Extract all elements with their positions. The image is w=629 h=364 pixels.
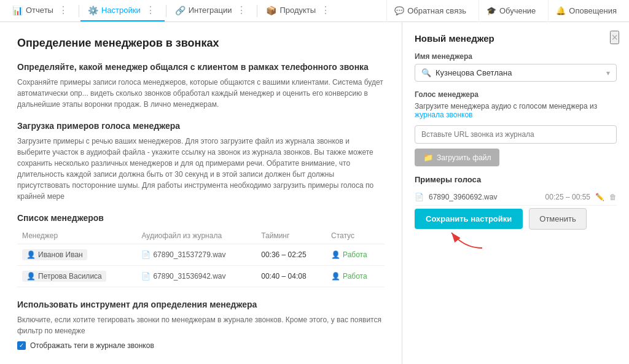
panel-title: Новый менеджер: [415, 33, 617, 44]
manager-badge[interactable]: 👤 Иванов Иван: [22, 249, 87, 260]
manager-select-value: Кузнецова Светлана: [436, 68, 606, 77]
section4-title: Использовать инструмент для определения …: [17, 300, 385, 309]
section2-title: Загрузка примеров голоса менеджера: [17, 121, 385, 131]
user-icon-2: 👤: [26, 272, 36, 281]
right-panel: Новый менеджер × Имя менеджера 🔍 Кузнецо…: [402, 22, 629, 364]
notifications-icon: 🔔: [556, 6, 566, 15]
nav-sep-2: [166, 5, 166, 17]
upload-btn-label: Загрузить файл: [437, 153, 491, 162]
filename-2: 67890_31536942.wav: [153, 272, 225, 281]
timing-cell: 00:36 – 02:25: [256, 244, 326, 266]
checkbox-label: Отображать теги в журнале звонков: [30, 341, 154, 350]
nav-products-label: Продукты: [279, 6, 316, 15]
manager-name-field: Имя менеджера 🔍 Кузнецова Светлана ▾: [415, 52, 617, 82]
feedback-icon: 💬: [394, 6, 404, 15]
status-cell-2: 👤 Работа: [326, 266, 385, 287]
section2-desc: Загрузите примеры с речью ваших менеджер…: [17, 136, 385, 202]
section1-desc: Сохраняйте примеры записи голоса менедже…: [17, 77, 385, 110]
table-row: 👤 Иванов Иван 📄 67890_31537279.wav 00:36…: [17, 244, 385, 266]
reports-icon: 📊: [12, 6, 23, 15]
file-icon-2: 📄: [141, 272, 150, 281]
section3-title: Список менеджеров: [17, 213, 385, 223]
voice-timing: 00:25 – 00:55: [545, 193, 590, 201]
status-label-2: Работа: [343, 272, 367, 281]
manager-name-cell: 👤 Петрова Василиса: [17, 266, 136, 287]
filename: 67890_31537279.wav: [153, 250, 225, 259]
voice-field: Голос менеджера Загрузите менеджера ауди…: [415, 90, 617, 166]
nav-integrations-label: Интеграции: [189, 6, 232, 15]
section4-desc: Включите, если хотите тегировать звонки …: [17, 314, 385, 336]
checkbox-row[interactable]: ✓ Отображать теги в журнале звонков: [17, 341, 385, 350]
learning-label: Обучение: [499, 6, 536, 15]
settings-icon: ⚙️: [88, 6, 98, 15]
voice-examples-title: Примеры голоса: [415, 175, 617, 184]
col-manager: Менеджер: [17, 228, 136, 244]
panel-close-button[interactable]: ×: [610, 31, 619, 44]
status-icon: 👤: [331, 250, 340, 259]
upload-icon: 📁: [423, 153, 433, 162]
file-icon: 📄: [141, 250, 150, 259]
reports-dots[interactable]: ⋮: [57, 4, 70, 16]
manager-name-label: Имя менеджера: [415, 52, 617, 61]
products-icon: 📦: [266, 6, 276, 15]
page-title: Определение менеджеров в звонках: [17, 37, 385, 50]
manager-name: Иванов Иван: [38, 250, 83, 259]
file-link-2: 📄 67890_31536942.wav: [141, 272, 251, 281]
file-link: 📄 67890_31537279.wav: [141, 250, 251, 259]
voice-desc: Загрузите менеджера аудио с голосом мене…: [415, 102, 617, 119]
file-cell: 📄 67890_31537279.wav: [136, 244, 256, 266]
manager-name-2: Петрова Василиса: [38, 272, 102, 281]
status-cell: 👤 Работа: [326, 244, 385, 266]
integrations-dots[interactable]: ⋮: [235, 4, 248, 16]
voice-label: Голос менеджера: [415, 90, 617, 99]
voice-filename: 67890_3960692.wav: [429, 193, 497, 201]
upload-button[interactable]: 📁 Загрузить файл: [415, 149, 499, 166]
status-icon-2: 👤: [331, 272, 340, 281]
voice-delete-icon[interactable]: 🗑: [609, 193, 617, 201]
status-badge-2: 👤 Работа: [331, 272, 367, 281]
products-dots[interactable]: ⋮: [319, 4, 332, 16]
search-icon: 🔍: [421, 68, 431, 77]
feedback-label: Обратная связь: [407, 6, 466, 15]
voice-desc-text: Загрузите менеджера аудио с голосом мене…: [415, 102, 597, 110]
timing-cell-2: 00:40 – 04:08: [256, 266, 326, 287]
section1-title: Определяйте, какой менеджер общался с кл…: [17, 62, 385, 72]
status-badge: 👤 Работа: [331, 250, 367, 259]
nav-reports[interactable]: 📊 Отчеты ⋮: [5, 0, 77, 21]
integrations-icon: 🔗: [175, 6, 186, 15]
url-input[interactable]: [415, 125, 617, 144]
main-layout: Определение менеджеров в звонках Определ…: [0, 22, 629, 364]
manager-badge-2[interactable]: 👤 Петрова Василиса: [22, 271, 106, 282]
voice-examples-section: Примеры голоса 📄 67890_3960692.wav 00:25…: [415, 175, 617, 206]
nav-settings[interactable]: ⚙️ Настройки ⋮: [80, 0, 165, 21]
left-content: Определение менеджеров в звонках Определ…: [0, 22, 402, 364]
notifications-btn[interactable]: 🔔 Оповещения: [548, 0, 624, 22]
table-row: 👤 Петрова Василиса 📄 67890_31536942.wav …: [17, 266, 385, 287]
checkbox-tags[interactable]: ✓: [17, 341, 26, 350]
chevron-down-icon: ▾: [606, 69, 610, 77]
nav-integrations[interactable]: 🔗 Интеграции ⋮: [168, 0, 256, 21]
manager-name-cell: 👤 Иванов Иван: [17, 244, 136, 266]
user-icon: 👤: [26, 250, 36, 259]
settings-dots[interactable]: ⋮: [144, 4, 157, 16]
voice-example-row: 📄 67890_3960692.wav 00:25 – 00:55 ✏️ 🗑: [415, 189, 617, 206]
top-nav: 📊 Отчеты ⋮ ⚙️ Настройки ⋮ 🔗 Интеграции ⋮…: [0, 0, 629, 22]
nav-sep-3: [257, 5, 257, 17]
red-arrow-svg: [433, 223, 507, 254]
cancel-button[interactable]: Отменить: [529, 208, 586, 230]
voice-file-icon: 📄: [415, 193, 424, 201]
manager-select[interactable]: 🔍 Кузнецова Светлана ▾: [415, 64, 617, 82]
journal-link[interactable]: журнала звонков: [415, 110, 473, 119]
checkmark-icon: ✓: [17, 341, 26, 350]
manager-table: Менеджер Аудиофайл из журнала Тайминг Ст…: [17, 228, 385, 287]
nav-settings-label: Настройки: [101, 6, 141, 15]
learning-btn[interactable]: 🎓 Обучение: [479, 0, 543, 22]
file-cell-2: 📄 67890_31536942.wav: [136, 266, 256, 287]
nav-sep-1: [79, 5, 79, 17]
status-label: Работа: [343, 250, 367, 259]
feedback-btn[interactable]: 💬 Обратная связь: [386, 0, 474, 22]
notifications-label: Оповещения: [569, 6, 617, 15]
voice-edit-icon[interactable]: ✏️: [595, 193, 604, 201]
nav-reports-label: Отчеты: [26, 6, 53, 15]
nav-products[interactable]: 📦 Продукты ⋮: [259, 0, 340, 21]
